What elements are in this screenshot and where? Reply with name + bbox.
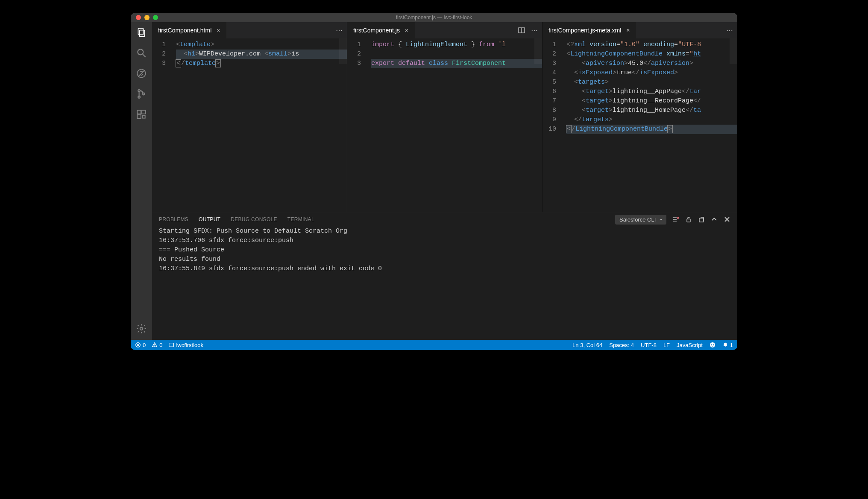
zoom-window-button[interactable]: [153, 15, 158, 20]
svg-point-7: [138, 96, 140, 98]
line-gutter: 123: [347, 38, 369, 212]
activity-bar: [131, 22, 152, 340]
status-notifications[interactable]: 1: [722, 342, 733, 348]
svg-point-13: [140, 327, 143, 330]
svg-rect-12: [142, 115, 145, 118]
output-channel-select-input[interactable]: Salesforce CLI: [615, 215, 666, 225]
maximize-panel-icon[interactable]: [711, 216, 718, 223]
app-window: firstComponent.js — lwc-first-look: [131, 13, 737, 350]
svg-rect-21: [687, 219, 690, 222]
svg-rect-10: [142, 110, 146, 114]
svg-rect-30: [169, 343, 174, 347]
line-gutter: 123: [152, 38, 173, 212]
editor-group-1: firstComponent.html × ⋯ 123 <template> <…: [152, 22, 347, 212]
tab-label: firstComponent.js: [353, 27, 400, 34]
tab-debug-console[interactable]: DEBUG CONSOLE: [231, 216, 277, 222]
tab-output[interactable]: OUTPUT: [199, 216, 220, 222]
editor-group-3: firstComponent.js-meta.xml × ⋯ 123456789…: [542, 22, 737, 212]
svg-line-3: [143, 54, 146, 57]
minimize-window-button[interactable]: [144, 15, 150, 20]
tab-firstcomponent-js[interactable]: firstComponent.js ×: [347, 22, 415, 38]
more-icon[interactable]: ⋯: [726, 26, 733, 35]
status-errors[interactable]: 0: [135, 342, 146, 348]
editor-groups: firstComponent.html × ⋯ 123 <template> <…: [152, 22, 737, 212]
tab-bar: firstComponent.js × ⋯: [347, 22, 542, 38]
close-panel-icon[interactable]: [724, 216, 730, 223]
status-cursor[interactable]: Ln 3, Col 64: [572, 342, 602, 348]
open-log-icon[interactable]: [698, 216, 705, 223]
tab-firstcomponent-html[interactable]: firstComponent.html ×: [152, 22, 226, 38]
code-area[interactable]: 123 import { LightningElement } from 'l …: [347, 38, 542, 212]
window-title: firstComponent.js — lwc-first-look: [396, 15, 472, 20]
svg-point-29: [155, 346, 155, 346]
explorer-icon[interactable]: [135, 26, 147, 38]
svg-point-32: [711, 344, 712, 345]
clear-output-icon[interactable]: [672, 216, 679, 223]
close-icon[interactable]: ×: [215, 27, 222, 34]
output-body[interactable]: Starting SFDX: Push Source to Default Sc…: [152, 227, 737, 340]
more-icon[interactable]: ⋯: [531, 26, 538, 35]
split-editor-icon[interactable]: [518, 26, 525, 35]
code-area[interactable]: 12345678910 <?xml version="1.0" encoding…: [542, 38, 737, 212]
close-icon[interactable]: ×: [625, 27, 631, 34]
settings-icon[interactable]: [135, 323, 147, 335]
tab-firstcomponent-meta-xml[interactable]: firstComponent.js-meta.xml ×: [542, 22, 636, 38]
status-spaces[interactable]: Spaces: 4: [609, 342, 634, 348]
close-icon[interactable]: ×: [403, 27, 410, 34]
tab-bar: firstComponent.html × ⋯: [152, 22, 347, 38]
status-branch[interactable]: lwcfirstlook: [168, 342, 203, 348]
traffic-lights: [131, 15, 158, 20]
close-window-button[interactable]: [136, 15, 141, 20]
tab-label: firstComponent.js-meta.xml: [548, 27, 621, 34]
svg-rect-11: [137, 115, 141, 119]
panel-tabs: PROBLEMS OUTPUT DEBUG CONSOLE TERMINAL S…: [152, 212, 737, 227]
tab-bar: firstComponent.js-meta.xml × ⋯: [542, 22, 737, 38]
svg-point-33: [713, 344, 714, 345]
code-content[interactable]: <template> <h1>WIPDeveloper.com <small>i…: [173, 38, 347, 212]
bottom-panel: PROBLEMS OUTPUT DEBUG CONSOLE TERMINAL S…: [152, 212, 737, 340]
tab-label: firstComponent.html: [158, 27, 211, 34]
main-area: firstComponent.html × ⋯ 123 <template> <…: [152, 22, 737, 340]
editor-group-2: firstComponent.js × ⋯ 123 import { Light: [347, 22, 542, 212]
status-eol[interactable]: LF: [663, 342, 670, 348]
code-content[interactable]: import { LightningElement } from 'l expo…: [369, 38, 542, 212]
source-control-icon[interactable]: [135, 88, 147, 100]
minimap[interactable]: [339, 38, 347, 64]
svg-point-31: [710, 342, 715, 347]
minimap[interactable]: [730, 38, 737, 64]
search-icon[interactable]: [135, 47, 147, 59]
lock-scroll-icon[interactable]: [685, 216, 692, 223]
svg-rect-9: [137, 110, 141, 114]
svg-rect-1: [140, 30, 145, 37]
line-gutter: 12345678910: [542, 38, 564, 212]
titlebar: firstComponent.js — lwc-first-look: [131, 13, 737, 22]
tab-terminal[interactable]: TERMINAL: [287, 216, 314, 222]
svg-rect-0: [138, 28, 143, 35]
code-area[interactable]: 123 <template> <h1>WIPDeveloper.com <sma…: [152, 38, 347, 212]
code-content[interactable]: <?xml version="1.0" encoding="UTF-8<Ligh…: [564, 38, 737, 212]
status-encoding[interactable]: UTF-8: [641, 342, 657, 348]
svg-rect-22: [699, 218, 704, 222]
output-channel-select[interactable]: Salesforce CLI: [615, 215, 666, 225]
svg-point-6: [138, 90, 140, 92]
status-warnings[interactable]: 0: [152, 342, 162, 348]
status-language[interactable]: JavaScript: [677, 342, 703, 348]
debug-disabled-icon[interactable]: [135, 67, 147, 79]
extensions-icon[interactable]: [135, 108, 147, 120]
svg-point-2: [138, 49, 143, 55]
status-feedback-icon[interactable]: [710, 342, 716, 348]
minimap[interactable]: [534, 38, 542, 64]
more-icon[interactable]: ⋯: [336, 26, 343, 35]
window-body: firstComponent.html × ⋯ 123 <template> <…: [131, 22, 737, 340]
svg-point-8: [143, 93, 145, 95]
status-bar: 0 0 lwcfirstlook Ln 3, Col 64 Spaces: 4 …: [131, 340, 737, 350]
tab-problems[interactable]: PROBLEMS: [159, 216, 188, 222]
